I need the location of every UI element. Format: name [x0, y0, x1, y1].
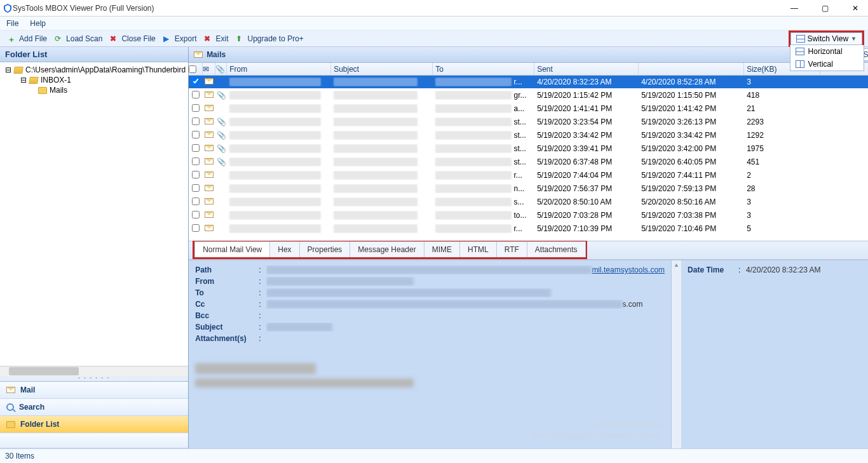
cell-size: 3 [744, 198, 820, 206]
exit-button[interactable]: ✖Exit [200, 33, 232, 44]
export-button[interactable]: ▶Export [159, 33, 201, 44]
folder-list-header: Folder List [0, 47, 188, 62]
col-subject[interactable]: Subject [331, 63, 433, 75]
cell-size: 5 [744, 224, 820, 233]
tab-normal-mail-view[interactable]: Normal Mail View [194, 241, 270, 257]
tab-rtf[interactable]: RTF [496, 241, 527, 257]
envelope-icon [205, 185, 214, 191]
cell-size: 1292 [744, 131, 820, 140]
row-checkbox[interactable] [192, 224, 200, 232]
cell-sent: 5/19/2020 7:44:04 PM [534, 171, 639, 180]
row-checkbox[interactable] [192, 184, 200, 192]
close-file-button[interactable]: ✖Close File [106, 33, 159, 44]
label-to: To [195, 288, 259, 297]
add-file-button[interactable]: ＋Add File [4, 33, 51, 44]
label-path: Path [195, 265, 259, 274]
col-received[interactable] [639, 63, 744, 75]
folder-tree-hscroll[interactable] [0, 366, 188, 376]
nav-search[interactable]: Search [0, 399, 188, 416]
table-row[interactable]: 📎xxxxxxxxxxxxxxxxxxxxxxxxxxxxxxxxxxxxxxx… [189, 116, 868, 129]
maximize-button[interactable]: ▢ [817, 4, 832, 13]
envelope-icon [205, 105, 214, 111]
table-row[interactable]: xxxxxxxxxxxxxxxxxxxxxxxxxxxxxxxxxxxxxxxx… [189, 76, 868, 89]
switch-view-button[interactable]: Switch View ▼ [790, 32, 862, 45]
cell-sent: 5/19/2020 3:39:41 PM [534, 144, 639, 153]
switch-view-horizontal[interactable]: Horizontal [790, 45, 864, 58]
row-checkbox[interactable] [192, 158, 200, 165]
load-scan-button[interactable]: ⟳Load Scan [51, 33, 106, 44]
tree-node-root[interactable]: ⊟C:\Users\admin\AppData\Roaming\Thunderb… [0, 65, 188, 75]
tab-html[interactable]: HTML [459, 241, 497, 257]
envelope-icon [205, 118, 214, 124]
col-to[interactable]: To [433, 63, 534, 75]
cell-received: 5/19/2020 1:15:50 PM [639, 91, 744, 100]
tree-node-mails[interactable]: Mails [0, 85, 188, 95]
table-row[interactable]: xxxxxxxxxxxxxxxxxxxxxxxxxxxxxxxxxxxxxxxx… [189, 169, 868, 182]
row-checkbox[interactable] [192, 117, 200, 125]
row-checkbox[interactable] [192, 171, 200, 178]
cell-received: 5/19/2020 3:34:42 PM [639, 131, 744, 140]
table-row[interactable]: 📎xxxxxxxxxxxxxxxxxxxxxxxxxxxxxxxxxxxxxxx… [189, 156, 868, 169]
col-from[interactable]: From [227, 63, 331, 75]
row-checkbox[interactable] [192, 77, 200, 85]
row-checkbox[interactable] [192, 211, 200, 218]
label-from: From [195, 277, 259, 286]
collapse-icon[interactable]: ⊟ [5, 65, 11, 74]
row-checkbox[interactable] [192, 144, 200, 152]
col-checkbox[interactable] [189, 63, 203, 75]
minimize-button[interactable]: ― [787, 4, 802, 13]
table-row[interactable]: xxxxxxxxxxxxxxxxxxxxxxxxxxxxxxxxxxxxxxxx… [189, 222, 868, 236]
col-readstate[interactable]: ✉ [203, 63, 215, 75]
cell-sent: 5/19/2020 3:34:42 PM [534, 131, 639, 140]
row-checkbox[interactable] [192, 198, 200, 205]
row-checkbox[interactable] [192, 131, 200, 138]
paperclip-icon: 📎 [217, 144, 226, 153]
table-row[interactable]: xxxxxxxxxxxxxxxxxxxxxxxxxxxxxxxxxxxxxxxx… [189, 102, 868, 116]
mails-header: Mails ➜Export Selected [189, 47, 868, 63]
cell-size: 451 [744, 158, 820, 166]
select-all-checkbox[interactable] [189, 65, 196, 73]
tab-properties[interactable]: Properties [299, 241, 351, 257]
table-row[interactable]: xxxxxxxxxxxxxxxxxxxxxxxxxxxxxxxxxxxxxxxx… [189, 209, 868, 222]
paperclip-icon: 📎 [217, 117, 226, 126]
row-checkbox[interactable] [192, 91, 200, 98]
tree-node-inbox[interactable]: ⊟INBOX-1 [0, 75, 188, 85]
table-row[interactable]: xxxxxxxxxxxxxxxxxxxxxxxxxxxxxxxxxxxxxxxx… [189, 196, 868, 209]
menu-file[interactable]: File [6, 19, 18, 28]
cell-received: 5/19/2020 7:44:11 PM [639, 171, 744, 180]
table-row[interactable]: xxxxxxxxxxxxxxxxxxxxxxxxxxxxxxxxxxxxxxxx… [189, 182, 868, 196]
menu-help[interactable]: Help [30, 19, 46, 28]
col-sent[interactable]: Sent [534, 63, 639, 75]
table-row[interactable]: 📎xxxxxxxxxxxxxxxxxxxxxxxxxxxxxxxxxxxxxxx… [189, 129, 868, 142]
close-window-button[interactable]: ✕ [848, 4, 863, 13]
nav-folder-list[interactable]: Folder List [0, 416, 188, 433]
folder-tree[interactable]: ⊟C:\Users\admin\AppData\Roaming\Thunderb… [0, 62, 188, 366]
preview-vscroll[interactable]: ▲ [671, 260, 681, 448]
collapse-icon[interactable]: ⊟ [20, 76, 27, 84]
tab-hex[interactable]: Hex [269, 241, 299, 257]
upgrade-button[interactable]: ⬆Upgrade to Pro+ [232, 33, 307, 44]
table-row[interactable]: 📎xxxxxxxxxxxxxxxxxxxxxxxxxxxxxxxxxxxxxxx… [189, 89, 868, 102]
tab-attachments[interactable]: Attachments [527, 241, 586, 257]
splitter-gripper[interactable]: • • • • • • [0, 376, 188, 381]
switch-view-vertical[interactable]: Vertical [790, 58, 864, 70]
cell-sent: 5/20/2020 8:50:10 AM [534, 198, 639, 206]
paperclip-icon: 📎 [217, 91, 226, 100]
tab-mime[interactable]: MIME [424, 241, 460, 257]
cell-sent: 4/20/2020 8:32:23 AM [534, 77, 639, 86]
refresh-icon: ⟳ [55, 34, 64, 43]
cell-size: 2 [744, 171, 820, 180]
row-checkbox[interactable] [192, 104, 200, 112]
cell-sent: 5/19/2020 1:41:41 PM [534, 104, 639, 113]
tab-message-header[interactable]: Message Header [349, 241, 424, 257]
scrollbar-thumb[interactable] [9, 367, 79, 375]
cell-size: 2293 [744, 117, 820, 126]
path-suffix: mil.teamsystools.com [592, 265, 665, 274]
nav-mail[interactable]: Mail [0, 382, 188, 399]
cell-received: 4/20/2020 8:52:28 AM [639, 77, 744, 86]
nav-empty [0, 433, 188, 448]
table-body[interactable]: xxxxxxxxxxxxxxxxxxxxxxxxxxxxxxxxxxxxxxxx… [189, 76, 868, 241]
col-attachment[interactable]: 📎 [215, 63, 227, 75]
table-row[interactable]: 📎xxxxxxxxxxxxxxxxxxxxxxxxxxxxxxxxxxxxxxx… [189, 142, 868, 156]
cell-size: 1975 [744, 144, 820, 153]
